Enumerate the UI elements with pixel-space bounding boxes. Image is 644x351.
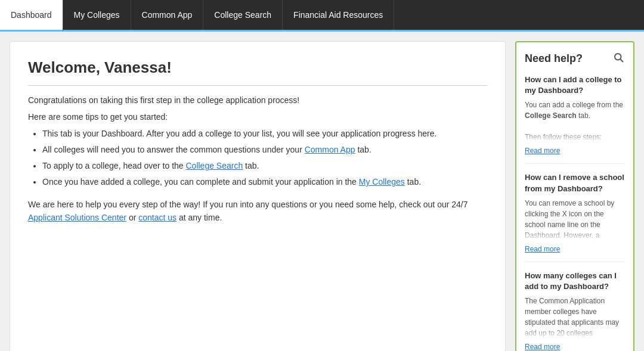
common-app-link[interactable]: Common App [305,145,355,154]
contact-us-link[interactable]: contact us [138,213,177,222]
my-colleges-link[interactable]: My Colleges [359,177,405,187]
help-item-max-colleges: How many colleges can I add to my Dashbo… [525,271,625,351]
list-item: All colleges will need you to answer the… [42,144,487,156]
help-question: How can I remove a school from my Dashbo… [525,172,625,194]
tab-common-app[interactable]: Common App [131,0,204,30]
help-answer: The Common Application member colleges h… [525,296,625,338]
welcome-intro: Congratulations on taking this first ste… [28,95,487,105]
help-question: How many colleges can I add to my Dashbo… [525,271,625,292]
tips-label: Here are some tips to get you started: [28,112,487,122]
search-icon [613,52,624,63]
tab-college-search[interactable]: College Search [203,0,283,30]
help-panel-title: Need help? [525,52,583,65]
top-navigation: Dashboard My Colleges Common App College… [0,0,644,32]
welcome-divider [28,85,487,86]
read-more-link[interactable]: Read more [525,343,560,351]
help-panel: Need help? How can I add a college to my… [515,41,634,351]
applicant-solutions-link[interactable]: Applicant Solutions Center [28,213,126,222]
welcome-panel: Welcome, Vanessa! Congratulations on tak… [10,41,506,351]
help-item-add-college: How can I add a college to my Dashboard?… [525,74,625,164]
main-layout: Welcome, Vanessa! Congratulations on tak… [0,32,644,351]
list-item: Once you have added a college, you can c… [42,176,487,188]
list-item: This tab is your Dashboard. After you ad… [42,128,487,140]
read-more-link[interactable]: Read more [525,147,560,155]
welcome-footer: We are here to help you every step of th… [28,198,487,225]
read-more-link[interactable]: Read more [525,245,560,253]
help-header: Need help? [525,51,625,66]
tips-list: This tab is your Dashboard. After you ad… [28,128,487,188]
help-question: How can I add a college to my Dashboard? [525,74,625,96]
help-answer: You can remove a school by clicking the … [525,198,625,241]
svg-line-1 [620,59,623,61]
tab-my-colleges[interactable]: My Colleges [63,0,131,30]
list-item: To apply to a college, head over to the … [42,160,487,172]
tab-financial-aid[interactable]: Financial Aid Resources [283,0,394,30]
tab-dashboard[interactable]: Dashboard [0,0,63,32]
college-search-link[interactable]: College Search [186,161,243,170]
help-answer: You can add a college from the College S… [525,100,625,142]
help-item-remove-school: How can I remove a school from my Dashbo… [525,172,625,262]
help-search-button[interactable] [612,51,625,66]
welcome-title: Welcome, Vanessa! [28,58,487,77]
